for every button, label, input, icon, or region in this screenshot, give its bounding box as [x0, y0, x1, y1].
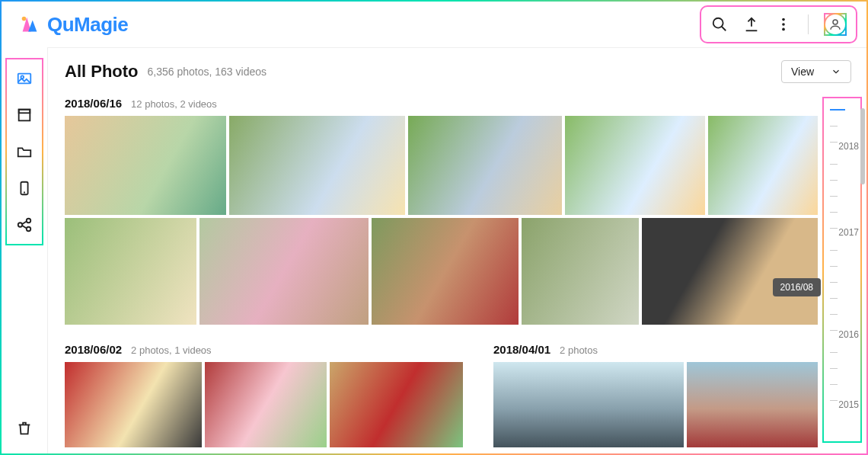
sidebar-nav — [8, 61, 40, 242]
timeline-tick[interactable] — [830, 164, 838, 165]
timeline-tooltip: 2016/08 — [773, 278, 821, 296]
timeline-tick[interactable] — [830, 250, 838, 251]
scrollbar[interactable] — [860, 108, 865, 184]
timeline-tick[interactable] — [830, 330, 838, 331]
date-count: 12 photos, 2 videos — [131, 98, 217, 110]
photo-thumb[interactable] — [565, 116, 704, 215]
photo-row — [65, 116, 818, 215]
sidebar-item-devices[interactable] — [13, 177, 36, 200]
svg-line-2 — [722, 27, 726, 31]
sidebar-item-trash[interactable] — [13, 417, 36, 440]
timeline-tick[interactable] — [830, 400, 838, 401]
svg-point-15 — [27, 227, 31, 232]
timeline-year[interactable]: 2016 — [838, 329, 859, 340]
photo-thumb[interactable] — [522, 218, 639, 325]
photo-thumb[interactable] — [708, 116, 819, 215]
svg-rect-9 — [19, 110, 30, 121]
header-actions — [703, 8, 854, 40]
timeline-tick[interactable] — [830, 266, 838, 267]
sidebar-item-folders[interactable] — [13, 140, 36, 163]
svg-point-3 — [782, 18, 785, 21]
svg-point-13 — [18, 223, 23, 227]
date-group: 2018/06/1612 photos, 2 videos — [65, 97, 818, 325]
timeline-tick[interactable] — [830, 212, 838, 213]
main: All Photo 6,356 photos, 163 videos View … — [47, 47, 866, 453]
sidebar-item-shared[interactable] — [13, 213, 36, 236]
page-counts: 6,356 photos, 163 videos — [148, 66, 266, 78]
sidebar-item-photos[interactable] — [13, 67, 36, 90]
user-icon — [828, 18, 842, 31]
svg-point-5 — [782, 28, 785, 31]
svg-point-14 — [27, 219, 31, 223]
titlebar: All Photo 6,356 photos, 163 videos View — [48, 47, 866, 86]
header: QuMagie — [2, 2, 866, 47]
svg-point-0 — [22, 17, 27, 21]
timeline-year[interactable]: 2018 — [838, 141, 859, 152]
photo-thumb[interactable] — [372, 218, 519, 325]
photo-row — [493, 362, 818, 447]
profile-button[interactable] — [824, 13, 847, 36]
page-title: All Photo — [65, 62, 139, 82]
date-group: 2018/06/022 photos, 1 videos — [65, 338, 463, 450]
timeline-tick[interactable] — [830, 228, 838, 229]
timeline-year[interactable]: 2015 — [838, 399, 859, 410]
photo-thumb[interactable] — [642, 218, 818, 325]
timeline-tick[interactable] — [830, 282, 838, 283]
timeline-year[interactable]: 2017 — [838, 227, 859, 238]
view-label: View — [791, 66, 814, 78]
photo-thumb[interactable] — [493, 362, 684, 447]
photo-scroll[interactable]: 2018/06/1612 photos, 2 videos2018/06/022… — [48, 86, 818, 453]
timeline-tick[interactable] — [830, 314, 838, 315]
svg-line-16 — [22, 221, 27, 224]
sidebar-item-albums[interactable] — [13, 104, 36, 127]
photo-thumb[interactable] — [687, 362, 818, 447]
chevron-down-icon — [831, 66, 841, 77]
logo-icon — [18, 13, 41, 36]
photo-row — [65, 362, 463, 447]
date-label: 2018/06/02 — [65, 343, 122, 356]
timeline-tick[interactable] — [830, 368, 838, 369]
photo-thumb[interactable] — [199, 218, 369, 325]
app-name: QuMagie — [47, 13, 128, 37]
photo-thumb[interactable] — [229, 116, 405, 215]
photo-thumb[interactable] — [205, 362, 327, 447]
upload-icon[interactable] — [742, 15, 761, 34]
app-logo[interactable]: QuMagie — [18, 13, 128, 37]
svg-line-17 — [22, 226, 27, 229]
separator — [808, 14, 809, 34]
timeline[interactable]: 2018201720162015 2016/08 — [818, 86, 866, 453]
timeline-tick[interactable] — [830, 142, 838, 143]
timeline-tick[interactable] — [830, 384, 838, 385]
sidebar — [2, 47, 47, 453]
date-label: 2018/06/16 — [65, 97, 122, 110]
svg-point-6 — [833, 20, 838, 24]
svg-point-4 — [782, 23, 785, 26]
timeline-tick[interactable] — [830, 109, 845, 111]
timeline-tick[interactable] — [830, 180, 838, 181]
timeline-tick[interactable] — [830, 352, 838, 353]
search-icon[interactable] — [710, 15, 729, 34]
timeline-tick[interactable] — [830, 196, 838, 197]
photo-thumb[interactable] — [65, 218, 196, 325]
app-window: QuMagie — [0, 0, 868, 455]
view-dropdown[interactable]: View — [781, 60, 851, 83]
date-count: 2 photos, 1 videos — [131, 344, 212, 356]
svg-rect-10 — [19, 110, 30, 114]
timeline-tick[interactable] — [830, 126, 838, 127]
date-count: 2 photos — [560, 344, 598, 356]
date-group: 2018/04/012 photos — [493, 338, 818, 450]
svg-point-1 — [713, 18, 723, 28]
photo-row — [65, 218, 818, 325]
photo-thumb[interactable] — [65, 362, 202, 447]
photo-thumb[interactable] — [65, 116, 226, 215]
date-label: 2018/04/01 — [493, 343, 550, 356]
timeline-tick[interactable] — [830, 298, 838, 299]
photo-thumb[interactable] — [330, 362, 463, 447]
more-icon[interactable] — [774, 15, 793, 34]
photo-thumb[interactable] — [408, 116, 562, 215]
